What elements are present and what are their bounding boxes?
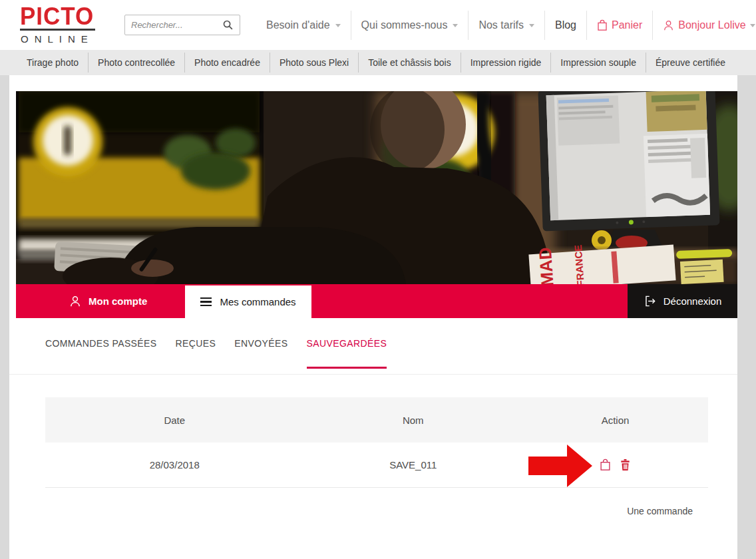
orders-table: Date Nom Action 28/03/2018 SAVE_011 bbox=[45, 397, 708, 488]
hero-box-text-mad: MAD bbox=[535, 247, 558, 284]
category-navigation: Tirage photo Photo contrecollée Photo en… bbox=[0, 50, 756, 75]
nav-item-label: Blog bbox=[555, 19, 576, 31]
chevron-down-icon bbox=[750, 24, 755, 27]
hero-image: MAD FRANCE bbox=[16, 91, 737, 284]
my-orders-label: Mes commandes bbox=[220, 296, 295, 307]
chevron-down-icon bbox=[529, 24, 534, 27]
nav-item-nos-tarifs[interactable]: Nos tarifs bbox=[469, 19, 544, 31]
page-background: MAD FRANCE Mon co bbox=[0, 75, 756, 559]
orders-count-summary: Une commande bbox=[627, 506, 693, 516]
catnav-item-impression-rigide[interactable]: Impression rigide bbox=[461, 57, 551, 68]
catnav-item-tirage-photo[interactable]: Tirage photo bbox=[17, 57, 88, 68]
chevron-down-icon bbox=[335, 24, 341, 27]
my-account-label: Mon compte bbox=[89, 295, 147, 307]
nav-item-label: Besoin d'aide bbox=[266, 19, 330, 31]
my-account-tab[interactable]: Mon compte bbox=[69, 284, 147, 318]
search-button[interactable] bbox=[222, 19, 234, 31]
search-input[interactable] bbox=[131, 20, 222, 30]
site-header: PICTO ONLINE Besoin d'aide Qui sommes-no… bbox=[0, 0, 756, 50]
account-bar: Mon compte Mes commandes Déconnexion bbox=[16, 284, 737, 318]
order-actions bbox=[522, 459, 708, 471]
tab-commandes-passees[interactable]: COMMANDES PASSÉES bbox=[45, 338, 157, 374]
cart-label: Panier bbox=[612, 19, 642, 31]
logo-text-picto: PICTO bbox=[20, 5, 97, 28]
greeting-label: Bonjour Lolive bbox=[678, 19, 745, 31]
tab-envoyees[interactable]: ENVOYÉES bbox=[234, 338, 287, 374]
cart-button[interactable]: Panier bbox=[587, 19, 652, 31]
person-icon bbox=[663, 19, 674, 31]
nav-item-besoin-daide[interactable]: Besoin d'aide bbox=[256, 19, 351, 31]
tab-sauvegardees[interactable]: SAUVEGARDÉES bbox=[307, 338, 387, 374]
tab-recues[interactable]: REÇUES bbox=[176, 338, 216, 374]
delete-order-button[interactable] bbox=[620, 459, 631, 471]
column-header-nom: Nom bbox=[303, 415, 522, 426]
column-header-action: Action bbox=[522, 415, 708, 426]
chevron-down-icon bbox=[453, 24, 458, 27]
nav-item-qui-sommes-nous[interactable]: Qui sommes-nous bbox=[351, 19, 469, 31]
logo-text-online: ONLINE bbox=[21, 33, 97, 45]
catnav-item-photo-contrecollee[interactable]: Photo contrecollée bbox=[89, 57, 184, 68]
magnifier-icon bbox=[222, 19, 234, 31]
catnav-item-photo-encadree[interactable]: Photo encadrée bbox=[185, 57, 270, 68]
logout-button[interactable]: Déconnexion bbox=[628, 284, 737, 318]
load-order-button[interactable] bbox=[600, 459, 611, 471]
my-orders-tab[interactable]: Mes commandes bbox=[185, 285, 311, 318]
shopping-bag-icon bbox=[597, 19, 608, 31]
table-row: 28/03/2018 SAVE_011 bbox=[45, 443, 708, 488]
catnav-item-toile-chassis-bois[interactable]: Toile et châssis bois bbox=[359, 57, 461, 68]
order-tabs: COMMANDES PASSÉES REÇUES ENVOYÉES SAUVEG… bbox=[9, 318, 737, 375]
person-icon bbox=[69, 295, 81, 307]
page-container: MAD FRANCE Mon co bbox=[9, 75, 737, 559]
catnav-item-epreuve-certifiee[interactable]: Épreuve certifiée bbox=[646, 57, 735, 68]
column-header-date: Date bbox=[45, 415, 303, 426]
trash-icon bbox=[620, 459, 631, 471]
table-header-row: Date Nom Action bbox=[45, 397, 708, 443]
top-navigation: Besoin d'aide Qui sommes-nous Nos tarifs… bbox=[256, 0, 756, 50]
logout-label: Déconnexion bbox=[663, 295, 722, 307]
logo[interactable]: PICTO ONLINE bbox=[20, 5, 97, 45]
catnav-item-impression-souple[interactable]: Impression souple bbox=[551, 57, 646, 68]
account-menu-button[interactable]: Bonjour Lolive bbox=[653, 19, 756, 31]
nav-item-label: Nos tarifs bbox=[478, 19, 524, 31]
search-box[interactable] bbox=[124, 15, 240, 35]
order-name: SAVE_011 bbox=[303, 459, 522, 470]
hamburger-icon bbox=[200, 297, 212, 307]
order-date: 28/03/2018 bbox=[45, 459, 303, 470]
logout-icon bbox=[644, 295, 656, 307]
nav-item-blog[interactable]: Blog bbox=[545, 19, 586, 31]
nav-item-label: Qui sommes-nous bbox=[361, 19, 448, 31]
catnav-item-photo-sous-plexi[interactable]: Photo sous Plexi bbox=[270, 57, 358, 68]
shopping-bag-icon bbox=[600, 459, 611, 471]
